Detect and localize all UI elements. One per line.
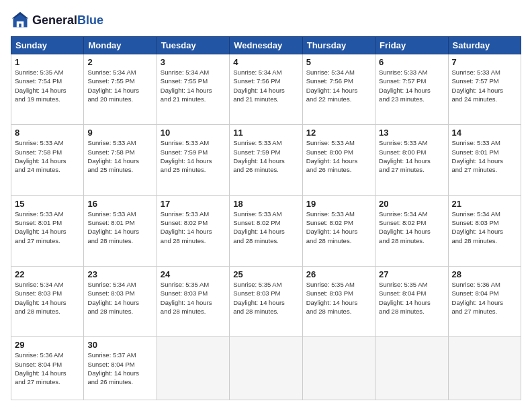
- day-number: 5: [306, 57, 371, 67]
- table-row: 6Sunrise: 5:33 AM Sunset: 7:57 PM Daylig…: [375, 54, 448, 125]
- table-row: [375, 337, 448, 400]
- day-info: Sunrise: 5:36 AM Sunset: 8:04 PM Dayligh…: [15, 351, 80, 386]
- col-tuesday: Tuesday: [157, 37, 229, 54]
- day-number: 29: [15, 340, 80, 350]
- table-row: [230, 337, 302, 400]
- table-row: 16Sunrise: 5:33 AM Sunset: 8:01 PM Dayli…: [84, 195, 157, 266]
- table-row: 3Sunrise: 5:34 AM Sunset: 7:55 PM Daylig…: [157, 54, 229, 125]
- day-number: 1: [15, 57, 80, 67]
- day-info: Sunrise: 5:34 AM Sunset: 8:03 PM Dayligh…: [87, 280, 152, 316]
- day-number: 27: [379, 269, 444, 279]
- table-row: 13Sunrise: 5:33 AM Sunset: 8:00 PM Dayli…: [375, 125, 448, 195]
- day-info: Sunrise: 5:35 AM Sunset: 8:03 PM Dayligh…: [306, 280, 371, 316]
- col-wednesday: Wednesday: [230, 37, 302, 54]
- table-row: 17Sunrise: 5:33 AM Sunset: 8:02 PM Dayli…: [157, 195, 229, 266]
- table-row: 18Sunrise: 5:33 AM Sunset: 8:02 PM Dayli…: [230, 195, 302, 266]
- col-friday: Friday: [375, 37, 448, 54]
- table-row: 10Sunrise: 5:33 AM Sunset: 7:59 PM Dayli…: [157, 125, 229, 195]
- table-row: 12Sunrise: 5:33 AM Sunset: 8:00 PM Dayli…: [302, 125, 375, 195]
- page: GeneralBlue Sunday Monday Tuesday Wednes…: [0, 0, 532, 411]
- day-info: Sunrise: 5:33 AM Sunset: 8:01 PM Dayligh…: [87, 210, 152, 245]
- day-info: Sunrise: 5:34 AM Sunset: 8:02 PM Dayligh…: [379, 210, 444, 245]
- table-row: 8Sunrise: 5:33 AM Sunset: 7:58 PM Daylig…: [11, 125, 84, 195]
- table-row: 25Sunrise: 5:35 AM Sunset: 8:03 PM Dayli…: [230, 267, 302, 337]
- table-row: [302, 337, 375, 400]
- calendar-week-row: 8Sunrise: 5:33 AM Sunset: 7:58 PM Daylig…: [11, 125, 521, 195]
- day-info: Sunrise: 5:34 AM Sunset: 8:03 PM Dayligh…: [15, 280, 80, 316]
- table-row: 9Sunrise: 5:33 AM Sunset: 7:58 PM Daylig…: [84, 125, 157, 195]
- table-row: 22Sunrise: 5:34 AM Sunset: 8:03 PM Dayli…: [11, 267, 84, 337]
- table-row: 20Sunrise: 5:34 AM Sunset: 8:02 PM Dayli…: [375, 195, 448, 266]
- table-row: [157, 337, 229, 400]
- day-number: 22: [15, 269, 80, 279]
- day-number: 7: [452, 57, 517, 67]
- day-number: 2: [87, 57, 152, 67]
- day-info: Sunrise: 5:33 AM Sunset: 7:59 PM Dayligh…: [161, 138, 226, 174]
- day-info: Sunrise: 5:33 AM Sunset: 8:02 PM Dayligh…: [233, 210, 298, 245]
- day-number: 6: [379, 57, 444, 67]
- calendar-week-row: 1Sunrise: 5:35 AM Sunset: 7:54 PM Daylig…: [11, 54, 521, 125]
- day-info: Sunrise: 5:33 AM Sunset: 8:01 PM Dayligh…: [452, 138, 517, 174]
- day-info: Sunrise: 5:34 AM Sunset: 7:56 PM Dayligh…: [306, 68, 371, 103]
- day-number: 21: [452, 199, 517, 209]
- col-thursday: Thursday: [302, 37, 375, 54]
- day-number: 20: [379, 199, 444, 209]
- col-monday: Monday: [84, 37, 157, 54]
- table-row: 29Sunrise: 5:36 AM Sunset: 8:04 PM Dayli…: [11, 337, 84, 400]
- day-info: Sunrise: 5:33 AM Sunset: 8:00 PM Dayligh…: [379, 138, 444, 174]
- table-row: 24Sunrise: 5:35 AM Sunset: 8:03 PM Dayli…: [157, 267, 229, 337]
- logo: GeneralBlue: [11, 11, 103, 30]
- table-row: [448, 337, 521, 400]
- day-info: Sunrise: 5:33 AM Sunset: 8:01 PM Dayligh…: [15, 210, 80, 245]
- table-row: 27Sunrise: 5:35 AM Sunset: 8:04 PM Dayli…: [375, 267, 448, 337]
- day-info: Sunrise: 5:35 AM Sunset: 7:54 PM Dayligh…: [15, 68, 80, 103]
- day-number: 4: [233, 57, 298, 67]
- day-info: Sunrise: 5:35 AM Sunset: 8:03 PM Dayligh…: [233, 280, 298, 316]
- calendar-week-row: 15Sunrise: 5:33 AM Sunset: 8:01 PM Dayli…: [11, 195, 521, 266]
- col-sunday: Sunday: [11, 37, 84, 54]
- day-info: Sunrise: 5:34 AM Sunset: 7:56 PM Dayligh…: [233, 68, 298, 103]
- table-row: 14Sunrise: 5:33 AM Sunset: 8:01 PM Dayli…: [448, 125, 521, 195]
- day-number: 30: [87, 340, 152, 350]
- day-info: Sunrise: 5:34 AM Sunset: 7:55 PM Dayligh…: [161, 68, 226, 103]
- day-info: Sunrise: 5:33 AM Sunset: 8:02 PM Dayligh…: [306, 210, 371, 245]
- day-number: 24: [161, 269, 226, 279]
- day-info: Sunrise: 5:33 AM Sunset: 7:59 PM Dayligh…: [233, 138, 298, 174]
- day-number: 14: [452, 128, 517, 138]
- day-number: 23: [87, 269, 152, 279]
- day-number: 13: [379, 128, 444, 138]
- day-info: Sunrise: 5:35 AM Sunset: 8:04 PM Dayligh…: [379, 280, 444, 316]
- table-row: 11Sunrise: 5:33 AM Sunset: 7:59 PM Dayli…: [230, 125, 302, 195]
- logo-text-blue: Blue: [77, 13, 103, 27]
- day-number: 15: [15, 199, 80, 209]
- logo-icon: [11, 11, 30, 30]
- day-number: 12: [306, 128, 371, 138]
- day-number: 10: [161, 128, 226, 138]
- day-info: Sunrise: 5:35 AM Sunset: 8:03 PM Dayligh…: [161, 280, 226, 316]
- day-number: 11: [233, 128, 298, 138]
- table-row: 26Sunrise: 5:35 AM Sunset: 8:03 PM Dayli…: [302, 267, 375, 337]
- calendar-week-row: 29Sunrise: 5:36 AM Sunset: 8:04 PM Dayli…: [11, 337, 521, 400]
- day-number: 18: [233, 199, 298, 209]
- day-number: 28: [452, 269, 517, 279]
- table-row: 15Sunrise: 5:33 AM Sunset: 8:01 PM Dayli…: [11, 195, 84, 266]
- table-row: 7Sunrise: 5:33 AM Sunset: 7:57 PM Daylig…: [448, 54, 521, 125]
- col-saturday: Saturday: [448, 37, 521, 54]
- day-info: Sunrise: 5:33 AM Sunset: 7:57 PM Dayligh…: [452, 68, 517, 103]
- table-row: 1Sunrise: 5:35 AM Sunset: 7:54 PM Daylig…: [11, 54, 84, 125]
- day-number: 26: [306, 269, 371, 279]
- day-number: 16: [87, 199, 152, 209]
- table-row: 2Sunrise: 5:34 AM Sunset: 7:55 PM Daylig…: [84, 54, 157, 125]
- day-info: Sunrise: 5:33 AM Sunset: 7:58 PM Dayligh…: [15, 138, 80, 174]
- calendar-header-row: Sunday Monday Tuesday Wednesday Thursday…: [11, 37, 521, 54]
- header: GeneralBlue: [11, 11, 521, 30]
- day-info: Sunrise: 5:37 AM Sunset: 8:04 PM Dayligh…: [87, 351, 152, 386]
- day-number: 25: [233, 269, 298, 279]
- day-number: 8: [15, 128, 80, 138]
- table-row: 28Sunrise: 5:36 AM Sunset: 8:04 PM Dayli…: [448, 267, 521, 337]
- day-info: Sunrise: 5:34 AM Sunset: 7:55 PM Dayligh…: [87, 68, 152, 103]
- day-number: 17: [161, 199, 226, 209]
- day-info: Sunrise: 5:33 AM Sunset: 8:00 PM Dayligh…: [306, 138, 371, 174]
- day-number: 19: [306, 199, 371, 209]
- table-row: 5Sunrise: 5:34 AM Sunset: 7:56 PM Daylig…: [302, 54, 375, 125]
